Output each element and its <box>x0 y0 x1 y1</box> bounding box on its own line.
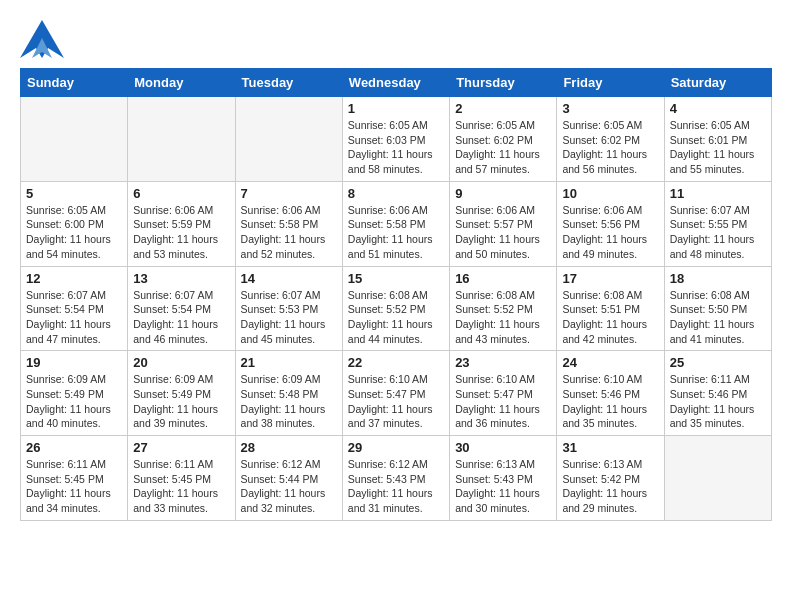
calendar-cell <box>664 436 771 521</box>
calendar-cell: 27Sunrise: 6:11 AM Sunset: 5:45 PM Dayli… <box>128 436 235 521</box>
day-number: 15 <box>348 271 444 286</box>
day-number: 8 <box>348 186 444 201</box>
day-info: Sunrise: 6:09 AM Sunset: 5:49 PM Dayligh… <box>133 372 229 431</box>
header-tuesday: Tuesday <box>235 69 342 97</box>
header <box>20 20 772 58</box>
day-info: Sunrise: 6:08 AM Sunset: 5:52 PM Dayligh… <box>348 288 444 347</box>
calendar-cell: 26Sunrise: 6:11 AM Sunset: 5:45 PM Dayli… <box>21 436 128 521</box>
day-info: Sunrise: 6:07 AM Sunset: 5:54 PM Dayligh… <box>26 288 122 347</box>
day-info: Sunrise: 6:05 AM Sunset: 6:03 PM Dayligh… <box>348 118 444 177</box>
calendar-cell: 13Sunrise: 6:07 AM Sunset: 5:54 PM Dayli… <box>128 266 235 351</box>
day-number: 19 <box>26 355 122 370</box>
calendar-cell <box>128 97 235 182</box>
day-number: 23 <box>455 355 551 370</box>
day-number: 12 <box>26 271 122 286</box>
day-info: Sunrise: 6:10 AM Sunset: 5:47 PM Dayligh… <box>455 372 551 431</box>
calendar-cell: 6Sunrise: 6:06 AM Sunset: 5:59 PM Daylig… <box>128 181 235 266</box>
calendar-cell <box>235 97 342 182</box>
day-number: 6 <box>133 186 229 201</box>
day-info: Sunrise: 6:06 AM Sunset: 5:58 PM Dayligh… <box>241 203 337 262</box>
day-number: 13 <box>133 271 229 286</box>
day-number: 30 <box>455 440 551 455</box>
day-info: Sunrise: 6:12 AM Sunset: 5:44 PM Dayligh… <box>241 457 337 516</box>
day-info: Sunrise: 6:07 AM Sunset: 5:55 PM Dayligh… <box>670 203 766 262</box>
day-info: Sunrise: 6:05 AM Sunset: 6:00 PM Dayligh… <box>26 203 122 262</box>
day-number: 21 <box>241 355 337 370</box>
calendar-week-4: 19Sunrise: 6:09 AM Sunset: 5:49 PM Dayli… <box>21 351 772 436</box>
day-info: Sunrise: 6:05 AM Sunset: 6:02 PM Dayligh… <box>455 118 551 177</box>
calendar-cell: 19Sunrise: 6:09 AM Sunset: 5:49 PM Dayli… <box>21 351 128 436</box>
day-number: 18 <box>670 271 766 286</box>
day-info: Sunrise: 6:06 AM Sunset: 5:57 PM Dayligh… <box>455 203 551 262</box>
header-saturday: Saturday <box>664 69 771 97</box>
calendar-cell: 15Sunrise: 6:08 AM Sunset: 5:52 PM Dayli… <box>342 266 449 351</box>
day-number: 24 <box>562 355 658 370</box>
day-number: 22 <box>348 355 444 370</box>
header-friday: Friday <box>557 69 664 97</box>
calendar-cell <box>21 97 128 182</box>
day-number: 3 <box>562 101 658 116</box>
calendar-cell: 30Sunrise: 6:13 AM Sunset: 5:43 PM Dayli… <box>450 436 557 521</box>
day-number: 31 <box>562 440 658 455</box>
calendar-cell: 7Sunrise: 6:06 AM Sunset: 5:58 PM Daylig… <box>235 181 342 266</box>
day-number: 25 <box>670 355 766 370</box>
day-info: Sunrise: 6:11 AM Sunset: 5:45 PM Dayligh… <box>26 457 122 516</box>
calendar-cell: 22Sunrise: 6:10 AM Sunset: 5:47 PM Dayli… <box>342 351 449 436</box>
day-number: 11 <box>670 186 766 201</box>
calendar-cell: 20Sunrise: 6:09 AM Sunset: 5:49 PM Dayli… <box>128 351 235 436</box>
day-number: 28 <box>241 440 337 455</box>
calendar-cell: 28Sunrise: 6:12 AM Sunset: 5:44 PM Dayli… <box>235 436 342 521</box>
logo <box>20 20 68 58</box>
day-info: Sunrise: 6:05 AM Sunset: 6:01 PM Dayligh… <box>670 118 766 177</box>
calendar-week-1: 1Sunrise: 6:05 AM Sunset: 6:03 PM Daylig… <box>21 97 772 182</box>
day-info: Sunrise: 6:05 AM Sunset: 6:02 PM Dayligh… <box>562 118 658 177</box>
day-number: 10 <box>562 186 658 201</box>
header-monday: Monday <box>128 69 235 97</box>
day-info: Sunrise: 6:13 AM Sunset: 5:42 PM Dayligh… <box>562 457 658 516</box>
calendar-cell: 9Sunrise: 6:06 AM Sunset: 5:57 PM Daylig… <box>450 181 557 266</box>
calendar-cell: 17Sunrise: 6:08 AM Sunset: 5:51 PM Dayli… <box>557 266 664 351</box>
calendar-cell: 4Sunrise: 6:05 AM Sunset: 6:01 PM Daylig… <box>664 97 771 182</box>
calendar-cell: 10Sunrise: 6:06 AM Sunset: 5:56 PM Dayli… <box>557 181 664 266</box>
day-info: Sunrise: 6:08 AM Sunset: 5:51 PM Dayligh… <box>562 288 658 347</box>
day-number: 16 <box>455 271 551 286</box>
calendar-cell: 8Sunrise: 6:06 AM Sunset: 5:58 PM Daylig… <box>342 181 449 266</box>
day-number: 14 <box>241 271 337 286</box>
day-info: Sunrise: 6:11 AM Sunset: 5:46 PM Dayligh… <box>670 372 766 431</box>
day-number: 5 <box>26 186 122 201</box>
calendar-cell: 12Sunrise: 6:07 AM Sunset: 5:54 PM Dayli… <box>21 266 128 351</box>
header-thursday: Thursday <box>450 69 557 97</box>
calendar-cell: 1Sunrise: 6:05 AM Sunset: 6:03 PM Daylig… <box>342 97 449 182</box>
calendar-week-3: 12Sunrise: 6:07 AM Sunset: 5:54 PM Dayli… <box>21 266 772 351</box>
day-info: Sunrise: 6:09 AM Sunset: 5:49 PM Dayligh… <box>26 372 122 431</box>
day-number: 29 <box>348 440 444 455</box>
calendar-cell: 5Sunrise: 6:05 AM Sunset: 6:00 PM Daylig… <box>21 181 128 266</box>
day-number: 2 <box>455 101 551 116</box>
day-number: 27 <box>133 440 229 455</box>
day-info: Sunrise: 6:12 AM Sunset: 5:43 PM Dayligh… <box>348 457 444 516</box>
day-info: Sunrise: 6:08 AM Sunset: 5:52 PM Dayligh… <box>455 288 551 347</box>
day-info: Sunrise: 6:06 AM Sunset: 5:58 PM Dayligh… <box>348 203 444 262</box>
calendar-week-5: 26Sunrise: 6:11 AM Sunset: 5:45 PM Dayli… <box>21 436 772 521</box>
day-info: Sunrise: 6:13 AM Sunset: 5:43 PM Dayligh… <box>455 457 551 516</box>
calendar-cell: 14Sunrise: 6:07 AM Sunset: 5:53 PM Dayli… <box>235 266 342 351</box>
day-info: Sunrise: 6:07 AM Sunset: 5:54 PM Dayligh… <box>133 288 229 347</box>
day-info: Sunrise: 6:08 AM Sunset: 5:50 PM Dayligh… <box>670 288 766 347</box>
calendar-week-2: 5Sunrise: 6:05 AM Sunset: 6:00 PM Daylig… <box>21 181 772 266</box>
header-sunday: Sunday <box>21 69 128 97</box>
day-number: 4 <box>670 101 766 116</box>
calendar-cell: 2Sunrise: 6:05 AM Sunset: 6:02 PM Daylig… <box>450 97 557 182</box>
day-number: 17 <box>562 271 658 286</box>
day-info: Sunrise: 6:10 AM Sunset: 5:46 PM Dayligh… <box>562 372 658 431</box>
day-info: Sunrise: 6:10 AM Sunset: 5:47 PM Dayligh… <box>348 372 444 431</box>
day-info: Sunrise: 6:06 AM Sunset: 5:56 PM Dayligh… <box>562 203 658 262</box>
calendar-cell: 23Sunrise: 6:10 AM Sunset: 5:47 PM Dayli… <box>450 351 557 436</box>
header-wednesday: Wednesday <box>342 69 449 97</box>
calendar-cell: 29Sunrise: 6:12 AM Sunset: 5:43 PM Dayli… <box>342 436 449 521</box>
calendar-cell: 31Sunrise: 6:13 AM Sunset: 5:42 PM Dayli… <box>557 436 664 521</box>
day-info: Sunrise: 6:11 AM Sunset: 5:45 PM Dayligh… <box>133 457 229 516</box>
calendar-cell: 16Sunrise: 6:08 AM Sunset: 5:52 PM Dayli… <box>450 266 557 351</box>
day-info: Sunrise: 6:06 AM Sunset: 5:59 PM Dayligh… <box>133 203 229 262</box>
day-number: 7 <box>241 186 337 201</box>
logo-icon <box>20 20 64 58</box>
